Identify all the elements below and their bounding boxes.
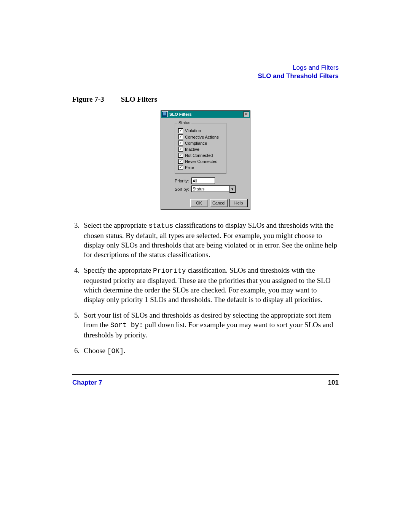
corrective-checkbox[interactable] — [178, 134, 183, 139]
compliance-checkbox[interactable] — [178, 141, 183, 145]
step-6: Choose [OK]. — [81, 346, 339, 356]
dialog-titlebar: SLO Filters ✕ — [161, 111, 250, 118]
cancel-button[interactable]: Cancel — [210, 199, 228, 207]
header-subsection: SLO and Threshold Filters — [72, 72, 339, 80]
instruction-list: Select the appropriate status classifica… — [81, 220, 339, 356]
step-5: Sort your list of SLOs and thresholds as… — [81, 310, 339, 340]
sortby-label: Sort by: — [175, 187, 191, 192]
notconnected-label: Not Connected — [185, 153, 213, 158]
sortby-value: Status — [191, 185, 229, 192]
app-icon — [162, 111, 168, 117]
code-ok: [OK] — [107, 347, 124, 355]
error-checkbox[interactable] — [178, 165, 183, 170]
code-priority: Priority — [153, 267, 186, 275]
violation-checkbox[interactable] — [178, 128, 183, 133]
ok-button[interactable]: OK — [190, 199, 208, 207]
step-4: Specify the appropriate Priority classif… — [81, 265, 339, 304]
code-sortby: Sort by: — [110, 321, 143, 329]
figure-caption: Figure 7-3SLO Filters — [72, 95, 339, 104]
sortby-combo[interactable]: Status ▼ — [191, 185, 236, 193]
slo-filters-dialog: SLO Filters ✕ Status Violation Correctiv… — [161, 110, 250, 210]
notconnected-checkbox[interactable] — [178, 153, 183, 158]
error-label: Error — [185, 165, 194, 170]
header-section: Logs and Filters — [72, 64, 339, 72]
code-status: status — [148, 222, 173, 230]
footer-chapter: Chapter 7 — [72, 379, 102, 387]
inactive-label: Inactive — [185, 147, 199, 152]
compliance-label: Compliance — [185, 141, 207, 145]
help-button[interactable]: Help — [229, 199, 248, 207]
footer-rule — [72, 374, 339, 375]
chevron-down-icon[interactable]: ▼ — [229, 185, 236, 193]
status-groupbox: Status Violation Corrective Actions Comp… — [175, 123, 226, 174]
figure-title: SLO Filters — [121, 95, 158, 103]
inactive-checkbox[interactable] — [178, 147, 183, 152]
step-3: Select the appropriate status classifica… — [81, 220, 339, 259]
close-icon[interactable]: ✕ — [243, 112, 249, 117]
footer-page-number: 101 — [328, 379, 339, 387]
figure-label: Figure 7-3 — [72, 95, 104, 103]
priority-label: Priority: — [175, 179, 191, 183]
dialog-title: SLO Filters — [169, 112, 243, 117]
corrective-label: Corrective Actions — [185, 135, 219, 139]
violation-label: Violation — [185, 128, 201, 133]
neverconnected-label: Never Connected — [185, 159, 218, 164]
neverconnected-checkbox[interactable] — [178, 159, 183, 164]
priority-input[interactable]: All — [191, 177, 215, 184]
status-legend: Status — [177, 120, 191, 125]
